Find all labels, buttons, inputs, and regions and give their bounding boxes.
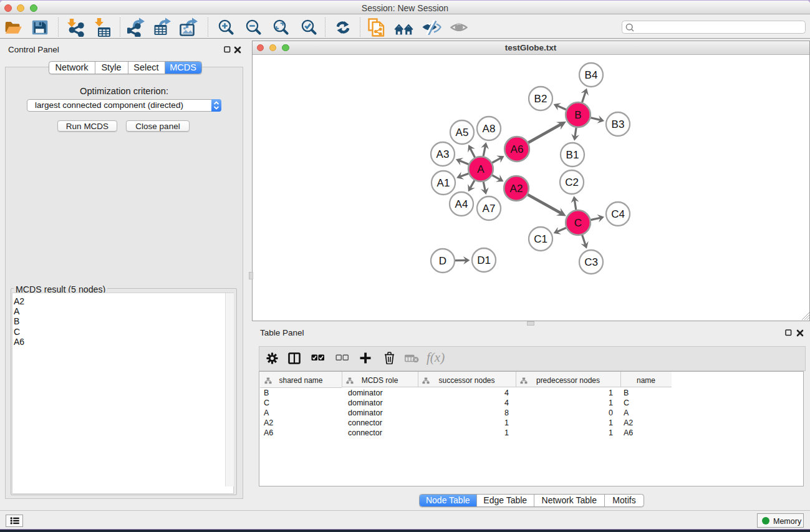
svg-text:C2: C2 (565, 177, 579, 188)
svg-text:A8: A8 (483, 123, 496, 135)
svg-text:C4: C4 (611, 208, 625, 220)
svg-text:B3: B3 (612, 118, 625, 130)
svg-text:A4: A4 (455, 198, 468, 210)
svg-text:A3: A3 (436, 148, 450, 160)
svg-text:A5: A5 (456, 127, 469, 138)
svg-text:D: D (439, 255, 446, 267)
svg-text:C1: C1 (534, 233, 547, 245)
svg-text:A7: A7 (483, 203, 496, 215)
svg-text:C: C (574, 217, 582, 229)
svg-text:B4: B4 (585, 69, 598, 81)
svg-text:B: B (574, 109, 581, 121)
svg-text:A: A (477, 163, 485, 175)
svg-text:A2: A2 (510, 183, 523, 195)
svg-text:D1: D1 (477, 254, 491, 266)
svg-text:C3: C3 (584, 256, 598, 268)
svg-text:A1: A1 (437, 177, 450, 189)
svg-text:B2: B2 (534, 93, 547, 105)
svg-text:B1: B1 (566, 149, 579, 161)
svg-text:A6: A6 (511, 143, 524, 155)
